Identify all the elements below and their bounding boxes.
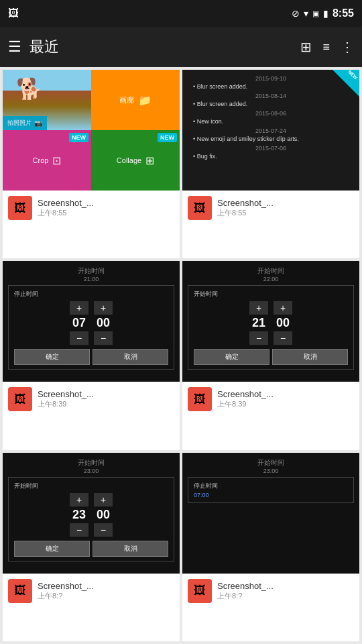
filter-icon[interactable]: ≡ — [322, 40, 330, 54]
app-icon: 🖼 — [188, 387, 212, 411]
list-item[interactable]: 开始时间 23:00 停止时间 07:00 🖼 Screenshot_... 上… — [182, 453, 359, 641]
timer-thumbnail: 开始时间 23:00 停止时间 07:00 — [182, 453, 359, 574]
app-bar-right: ⊞ ≡ ⋮ — [300, 39, 354, 55]
item-info: Screenshot_... 上午8:39 — [38, 389, 94, 409]
item-info: Screenshot_... 上午8:? — [38, 581, 94, 601]
timer-start-time: 22:00 — [188, 276, 354, 282]
app-icon: 🖼 — [8, 579, 32, 603]
hamburger-icon[interactable]: ☰ — [8, 38, 21, 56]
timer-box: 开始时间 + 23 − + 00 − 确定 取消 — [8, 477, 174, 561]
item-meta: 🖼 Screenshot_... 上午8:? — [3, 574, 180, 608]
timer-section-label: 开始时间 — [8, 266, 174, 276]
hours-up-button[interactable]: + — [249, 301, 268, 315]
hours-down-button[interactable]: − — [249, 331, 268, 345]
signal-icon: ▣ — [312, 9, 319, 18]
cancel-button[interactable]: 取消 — [272, 349, 348, 365]
item-time: 上午8:? — [217, 591, 274, 601]
changelog-text: • Blur screen added. — [188, 101, 354, 107]
list-item[interactable]: 2015-09-10 • Blur screen added. 2015-08-… — [182, 70, 359, 258]
timer-actions: 确定 取消 — [194, 349, 348, 365]
minutes-up-button[interactable]: + — [274, 301, 292, 315]
timer-actions: 确定 取消 — [14, 349, 168, 365]
timer-box-label: 开始时间 — [194, 290, 348, 299]
more-options-icon[interactable]: ⋮ — [341, 39, 354, 55]
item-time: 上午8:55 — [217, 208, 274, 218]
camera-cell: 🐕 拍照照片 📷 — [3, 70, 91, 130]
timer-box-label: 开始时间 — [14, 482, 168, 490]
cancel-button[interactable]: 取消 — [93, 349, 168, 365]
status-bar-left: 🖼 — [8, 7, 19, 19]
stop-time-value: 07:00 — [194, 492, 348, 498]
timer-start-time: 21:00 — [8, 276, 174, 282]
camera-icon: 📷 — [34, 119, 42, 127]
cancel-button[interactable]: 取消 — [93, 541, 168, 557]
new-badge-crop: NEW — [69, 133, 88, 142]
battery-icon: ▮ — [323, 8, 328, 19]
hours-up-button[interactable]: + — [70, 493, 88, 506]
list-item[interactable]: 开始时间 22:00 开始时间 + 21 − + 00 − — [182, 261, 359, 449]
item-meta: 🖼 Screenshot_... 上午8:55 — [3, 191, 180, 225]
hours-value: 07 — [70, 316, 88, 330]
item-name: Screenshot_... — [38, 581, 94, 591]
item-info: Screenshot_... 上午8:? — [217, 581, 274, 601]
timer-header: 开始时间 23:00 — [188, 458, 354, 474]
timer-header: 开始时间 23:00 — [8, 458, 174, 474]
list-item[interactable]: 🐕 拍照照片 📷 画廊 📁 Crop ⊡ NEW Collage — [3, 70, 180, 258]
minutes-col: + 00 − — [94, 493, 113, 537]
hours-down-button[interactable]: − — [70, 523, 88, 537]
gallery-label: 画廊 — [119, 95, 134, 105]
minutes-up-button[interactable]: + — [94, 493, 113, 506]
app-icon: 🖼 — [8, 196, 32, 220]
minutes-down-button[interactable]: − — [94, 523, 113, 537]
hours-col: + 07 − — [70, 301, 88, 345]
changelog-text: • Blur screen added. — [188, 83, 354, 90]
confirm-button[interactable]: 确定 — [194, 349, 269, 365]
minutes-up-button[interactable]: + — [94, 301, 113, 315]
timer-actions: 确定 取消 — [14, 541, 168, 557]
timer-header: 开始时间 21:00 — [8, 266, 174, 282]
minutes-down-button[interactable]: − — [274, 331, 292, 345]
timer-section-label: 开始时间 — [188, 458, 354, 468]
minutes-down-button[interactable]: − — [94, 331, 113, 345]
timer-box-label: 停止时间 — [14, 290, 168, 299]
timer-header: 开始时间 22:00 — [188, 266, 354, 282]
changelog-text: • Bug fix. — [188, 153, 354, 160]
hours-col: + 21 − — [249, 301, 268, 345]
changelog-date: 2015-07-06 — [188, 145, 354, 152]
collage-icon: ⊞ — [145, 154, 154, 167]
hours-up-button[interactable]: + — [70, 301, 88, 315]
gallery-status-icon: 🖼 — [8, 7, 19, 19]
collage-cell: Collage ⊞ NEW — [91, 130, 180, 191]
hours-down-button[interactable]: − — [70, 331, 88, 345]
item-name: Screenshot_... — [217, 198, 274, 208]
timer-thumbnail: 开始时间 22:00 开始时间 + 21 − + 00 − — [182, 261, 359, 382]
status-time: 8:55 — [333, 7, 354, 19]
minutes-value: 00 — [274, 316, 292, 330]
grid-view-icon[interactable]: ⊞ — [300, 39, 312, 55]
hours-value: 21 — [249, 316, 268, 330]
confirm-button[interactable]: 确定 — [14, 541, 90, 557]
changelog-date: 2015-07-24 — [188, 127, 354, 134]
crop-icon: ⊡ — [52, 154, 61, 167]
gallery-cell: 画廊 📁 — [91, 70, 180, 130]
timer-start-time: 23:00 — [188, 468, 354, 474]
list-item[interactable]: 开始时间 21:00 停止时间 + 07 − + 00 − — [3, 261, 180, 449]
item-info: Screenshot_... 上午8:55 — [38, 198, 94, 218]
camera-label: 拍照照片 — [7, 119, 32, 127]
new-badge-collage: NEW — [158, 133, 177, 142]
content-grid: 🐕 拍照照片 📷 画廊 📁 Crop ⊡ NEW Collage — [0, 67, 362, 644]
item-time: 上午8:39 — [38, 399, 94, 409]
timer-start-time: 23:00 — [8, 468, 174, 474]
item-time: 上午8:? — [38, 591, 94, 601]
item-meta: 🖼 Screenshot_... 上午8:39 — [182, 382, 359, 417]
confirm-button[interactable]: 确定 — [14, 349, 90, 365]
minutes-value: 00 — [94, 316, 113, 330]
timer-thumbnail: 开始时间 23:00 开始时间 + 23 − + 00 − — [3, 453, 180, 574]
minutes-value: 00 — [94, 508, 113, 522]
changelog-date: 2015-09-10 — [188, 75, 354, 82]
app-bar: ☰ 最近 ⊞ ≡ ⋮ — [0, 27, 362, 67]
list-item[interactable]: 开始时间 23:00 开始时间 + 23 − + 00 − — [3, 453, 180, 641]
hours-col: + 23 − — [70, 493, 88, 537]
crop-label: Crop — [33, 156, 49, 164]
item-name: Screenshot_... — [38, 389, 94, 399]
